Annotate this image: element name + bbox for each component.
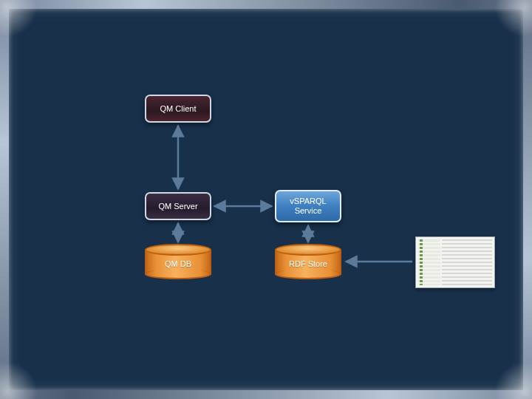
node-vsparql-service-label: vSPARQL Service <box>276 197 340 215</box>
thumbnail-tree-panel <box>418 239 440 285</box>
node-qm-client-label: QM Client <box>160 104 197 114</box>
cylinder-rdf-store: RDF Store <box>275 244 341 279</box>
thumbnail-external-ui <box>415 236 495 288</box>
cylinder-qm-db: QM DB <box>145 244 211 279</box>
arrows <box>0 0 532 399</box>
node-qm-client: QM Client <box>145 95 211 123</box>
node-qm-server: QM Server <box>145 192 211 220</box>
node-vsparql-service: vSPARQL Service <box>275 190 341 222</box>
cylinder-rdf-store-label: RDF Store <box>275 248 341 279</box>
cylinder-qm-db-label: QM DB <box>145 248 211 279</box>
node-qm-server-label: QM Server <box>158 202 197 211</box>
diagram-stage: QM Client QM Server vSPARQL Service QM D… <box>0 0 532 399</box>
thumbnail-form-panel <box>442 239 492 285</box>
